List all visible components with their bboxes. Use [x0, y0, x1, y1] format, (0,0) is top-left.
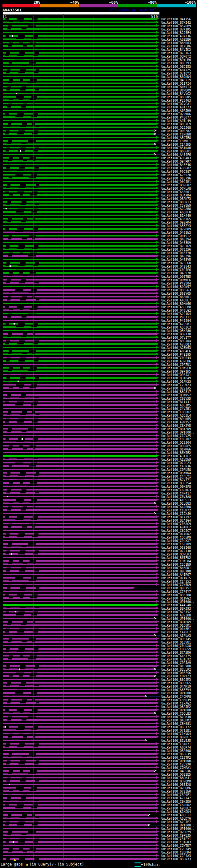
hit-row[interactable]: UniRef100_Q403V6	[0, 254, 197, 258]
hit-row[interactable]: UniRef100_Q39QM8	[0, 779, 197, 783]
hit-row[interactable]: UniRef100_Q42843	[0, 265, 197, 268]
hit-row[interactable]: UniRef100_B5UN33	[0, 857, 197, 861]
hit-row[interactable]: UniRef100_Q5SI68	[0, 546, 197, 549]
hit-row[interactable]: UniRef100_Q2S2A5	[0, 386, 197, 390]
hit-row[interactable]: UniRef100_A3PUA3	[0, 634, 197, 637]
hit-row[interactable]: UniRef100_C0UUX8	[0, 644, 197, 647]
hit-row[interactable]: UniRef100_B7HQM6	[0, 786, 197, 789]
hit-row[interactable]: UniRef100_A9A0C2	[0, 525, 197, 529]
hit-row[interactable]: UniRef100_B2J5E4	[0, 31, 197, 34]
hit-row[interactable]: UniRef100_O08393	[0, 61, 197, 65]
hit-row[interactable]: UniRef100_Q3M6T2	[0, 55, 197, 58]
hit-row[interactable]: UniRef100_B9CUG5	[0, 681, 197, 684]
hit-row[interactable]: UniRef100_C2QHR4	[0, 850, 197, 854]
hit-row[interactable]: UniRef100_A7Z7A7	[0, 796, 197, 800]
hit-row[interactable]: UniRef100_B1HVD8	[0, 664, 197, 668]
hit-row[interactable]: UniRef100_Q2JWU6	[0, 112, 197, 116]
hit-row[interactable]: UniRef100_A3IEX2	[0, 657, 197, 661]
hit-row[interactable]: UniRef100_P49295	[0, 352, 197, 356]
hit-row[interactable]: UniRef100_UPI000..	[0, 827, 197, 830]
hit-row[interactable]: UniRef100_Q05TB5	[0, 275, 197, 278]
hit-row[interactable]: UniRef100_P48077	[0, 116, 197, 119]
hit-row[interactable]: UniRef100_C4FLY1	[0, 474, 197, 478]
hit-row[interactable]: UniRef100_B4F970	[0, 271, 197, 275]
hit-row[interactable]: UniRef100_Q066P1	[0, 149, 197, 153]
hit-row[interactable]: UniRef100_B1VEJ5	[0, 739, 197, 742]
hit-row[interactable]: UniRef100_C1PAG2	[0, 702, 197, 705]
hit-row[interactable]: UniRef100_C1FJH5	[0, 143, 197, 146]
hit-row[interactable]: UniRef100_B8HR03	[0, 41, 197, 44]
hit-row[interactable]: UniRef100_Q0EZS6	[0, 671, 197, 674]
hit-row[interactable]: UniRef100_A1HSI3	[0, 498, 197, 502]
hit-row[interactable]: UniRef100_B8G817	[0, 390, 197, 393]
hit-row[interactable]: UniRef100_Q1JVU1	[0, 641, 197, 644]
hit-row[interactable]: UniRef100_C7LW23	[0, 383, 197, 386]
hit-row[interactable]: UniRef100_C8JUU2	[0, 803, 197, 806]
hit-row[interactable]: UniRef100_A9TZ73	[0, 105, 197, 109]
hit-row[interactable]: UniRef100_C9RIA9	[0, 661, 197, 664]
hit-row[interactable]: UniRef100_B2V771	[0, 478, 197, 481]
hit-row[interactable]: UniRef100_B9GN57	[0, 285, 197, 288]
hit-row[interactable]: UniRef100_B2ULP2	[0, 668, 197, 671]
hit-row[interactable]: UniRef100_A5B3C3	[0, 326, 197, 329]
hit-row[interactable]: UniRef100_A4S4F6	[0, 153, 197, 156]
hit-row[interactable]: UniRef100_A2C1K4	[0, 312, 197, 315]
hit-row[interactable]: UniRef100_A0QLI1	[0, 813, 197, 816]
hit-row[interactable]: UniRef100_C9RU58	[0, 468, 197, 471]
hit-row[interactable]: UniRef100_D0CIR1	[0, 180, 197, 183]
hit-row[interactable]: UniRef100_C2U3A9	[0, 847, 197, 850]
hit-row[interactable]: UniRef100_C4V2B1	[0, 407, 197, 410]
hit-row[interactable]: UniRef100_C1ETR2	[0, 755, 197, 759]
hit-row[interactable]: UniRef100_C2C1N9	[0, 563, 197, 566]
hit-row[interactable]: UniRef100_A0LDT6	[0, 816, 197, 820]
hit-row[interactable]: UniRef100_C5Y8W9	[0, 204, 197, 207]
hit-row[interactable]: UniRef100_C4XPF2	[0, 630, 197, 634]
hit-row[interactable]: UniRef100_B8G2M3	[0, 678, 197, 681]
hit-row[interactable]: UniRef100_A9RJH9	[0, 109, 197, 112]
hit-row[interactable]: UniRef100_B1X449	[0, 214, 197, 217]
hit-row[interactable]: UniRef100_Q9ZPK4	[0, 220, 197, 224]
hit-row[interactable]: UniRef100_A3PCH6	[0, 359, 197, 363]
hit-row[interactable]: UniRef100_A0LIM5	[0, 403, 197, 407]
hit-row[interactable]: UniRef100_A2CAB8	[0, 207, 197, 210]
hit-row[interactable]: UniRef100_C9PB35	[0, 834, 197, 837]
hit-row[interactable]: UniRef100_C8S702	[0, 437, 197, 441]
hit-row[interactable]: UniRef100_UPI000..	[0, 823, 197, 827]
hit-row[interactable]: UniRef100_B7KI42	[0, 21, 197, 24]
hit-row[interactable]: UniRef100_B9GJ04	[0, 339, 197, 342]
hit-row[interactable]: UniRef100_Q5KWK4	[0, 471, 197, 474]
hit-row[interactable]: UniRef100_B9LKR5	[0, 417, 197, 420]
hit-row[interactable]: UniRef100_C8X2V5	[0, 424, 197, 427]
hit-row[interactable]: UniRef100_A9BAR3	[0, 156, 197, 159]
hit-row[interactable]: UniRef100_UPI000..	[0, 600, 197, 603]
hit-row[interactable]: UniRef100_Q65GJ9	[0, 752, 197, 755]
hit-row[interactable]: UniRef100_Q9RRE5	[0, 444, 197, 447]
hit-row[interactable]: UniRef100_C2QYX0	[0, 763, 197, 766]
hit-row[interactable]: UniRef100_C1DV25	[0, 434, 197, 437]
hit-row[interactable]: UniRef100_C8QZC7	[0, 529, 197, 532]
hit-row[interactable]: UniRef100_B1I4J1	[0, 400, 197, 403]
hit-row[interactable]: UniRef100_Q1N3M1	[0, 627, 197, 630]
hit-row[interactable]: UniRef100_A4A5A0	[0, 603, 197, 607]
hit-row[interactable]: UniRef100_A4J6H8	[0, 505, 197, 508]
hit-row[interactable]: UniRef100_C5D5K9	[0, 535, 197, 539]
hit-row[interactable]: UniRef100_A4CUE7	[0, 298, 197, 302]
hit-row[interactable]: UniRef100_B7FT63	[0, 51, 197, 55]
hit-row[interactable]: UniRef100_C1F252	[0, 580, 197, 583]
hit-row[interactable]: UniRef100_C0QS44	[0, 356, 197, 359]
hit-row[interactable]: UniRef100_Q1AUK2	[0, 532, 197, 535]
hit-row[interactable]: UniRef100_A2BW63	[0, 346, 197, 349]
hit-row[interactable]: UniRef100_B0TFU2	[0, 556, 197, 559]
hit-row[interactable]: UniRef100_C8WIZ3	[0, 674, 197, 678]
hit-row[interactable]: UniRef100_B2A1G4	[0, 519, 197, 522]
hit-row[interactable]: UniRef100_Q0I9I2	[0, 234, 197, 238]
hit-row[interactable]: UniRef100_Q60172	[0, 725, 197, 728]
hit-label[interactable]: UniRef100_B5UN33	[161, 858, 191, 861]
hit-row[interactable]: UniRef100_C1KVK4	[0, 732, 197, 735]
hit-row[interactable]: UniRef100_A9TL49	[0, 119, 197, 122]
hit-row[interactable]: UniRef100_C0ZAG9	[0, 522, 197, 525]
hit-row[interactable]: UniRef100_Q7V809	[0, 227, 197, 230]
hit-row[interactable]: UniRef100_C4CMP8	[0, 695, 197, 698]
hit-row[interactable]: UniRef100_P0C587	[0, 170, 197, 173]
hit-row[interactable]: UniRef100_Q7NLA8	[0, 187, 197, 190]
